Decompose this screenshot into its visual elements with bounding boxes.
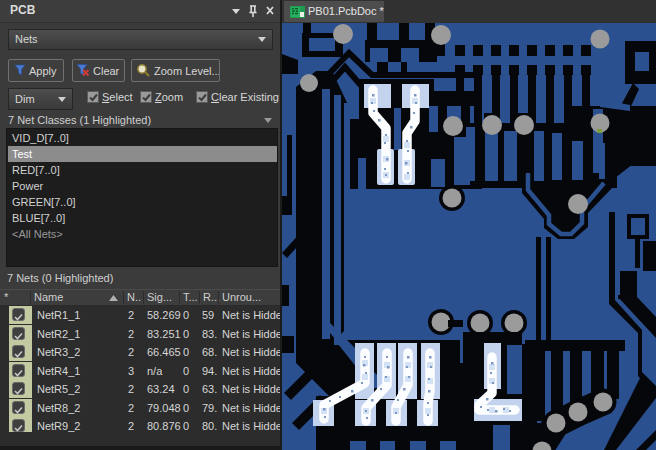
- svg-text:Zoom Level...: Zoom Level...: [154, 65, 219, 77]
- svg-text:Clear: Clear: [93, 65, 120, 77]
- svg-text:Apply: Apply: [29, 65, 57, 77]
